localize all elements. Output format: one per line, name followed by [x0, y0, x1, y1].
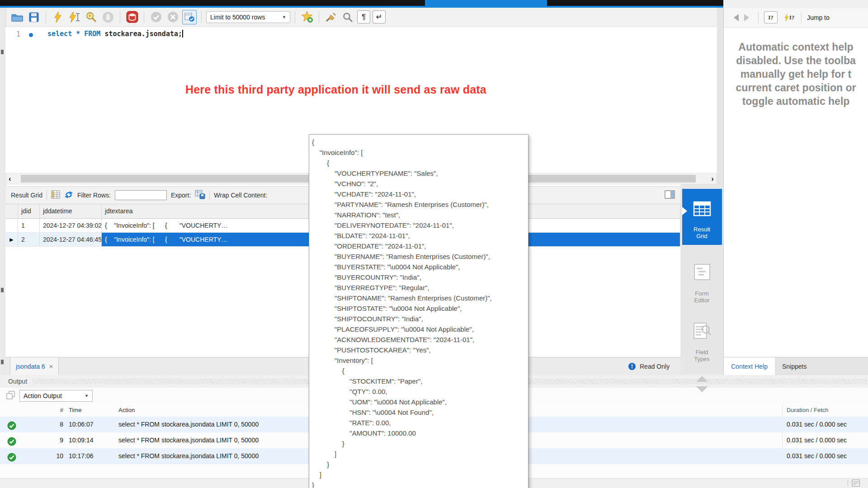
statement-marker-icon	[29, 33, 33, 37]
tab-field-types[interactable]: Field Types	[682, 315, 722, 362]
result-tab-label: jsondata 6	[16, 363, 45, 370]
filter-rows-input[interactable]	[115, 190, 167, 200]
output-col-index: #	[41, 404, 63, 417]
stop-query-db-icon[interactable]	[125, 10, 139, 24]
save-snippet-icon[interactable]	[300, 10, 314, 24]
sidebar-grip-mark	[1, 50, 4, 54]
stop-execution-icon	[101, 10, 115, 24]
cell-jddatetime[interactable]: 2024-12-27 04:39:02	[40, 219, 102, 232]
field-types-icon	[693, 322, 711, 339]
result-grid-icon	[693, 201, 711, 216]
annotation-text: Here this third party application it wil…	[185, 83, 486, 96]
text-caret	[182, 30, 183, 38]
chevron-down-icon[interactable]	[696, 386, 708, 392]
toggle-automatic-help-icon[interactable]: Ι?	[783, 12, 796, 23]
tab-context-help[interactable]: Context Help	[724, 357, 775, 375]
output-footer-tools	[848, 479, 860, 487]
export-label: Export:	[171, 192, 191, 199]
output-type-dropdown[interactable]: Action Output ▼	[19, 390, 93, 402]
show-invisibles-icon[interactable]: ¶	[357, 10, 370, 23]
tab-label: Form Editor	[694, 290, 710, 304]
json-cell-value-popup[interactable]: { "InvoiceInfo": [ { "VOUCHERTYPENAME": …	[309, 134, 528, 488]
output-row-action: select * FROM stockarea.jsondata LIMIT 0…	[118, 432, 259, 448]
copy-icon[interactable]	[6, 391, 15, 401]
output-row-time: 10:17:06	[69, 448, 94, 464]
output-row-index: 8	[41, 417, 63, 432]
cell-jdid[interactable]: 2	[18, 233, 40, 246]
result-view-switcher: Result Grid Form Editor Field Types	[680, 184, 723, 375]
context-help-toolbar: Ι? Ι? Jump to	[724, 8, 868, 28]
result-grid-title: Result Grid	[11, 192, 42, 199]
help-glyph: Ι?	[789, 14, 795, 21]
toolbar-separator	[848, 480, 848, 486]
toolbar-separator	[46, 11, 46, 23]
toolbar-separator	[209, 190, 210, 200]
cell-jddatetime[interactable]: 2024-12-27 04:46:45	[40, 233, 102, 246]
sql-keyword: select	[47, 30, 72, 38]
toolbar-separator	[120, 11, 120, 23]
sql-keyword: FROM	[84, 30, 100, 38]
sql-identifier: stockarea.jsondata;	[104, 30, 182, 38]
toolbar-separator	[758, 12, 759, 23]
save-icon[interactable]	[27, 10, 41, 24]
toggle-autocommit-icon[interactable]	[182, 10, 197, 24]
toggle-wrap-icon[interactable]: ↵	[373, 10, 386, 23]
output-row-time: 10:06:07	[69, 417, 94, 432]
form-editor-icon	[693, 263, 711, 281]
forward-arrow-icon[interactable]	[744, 14, 753, 21]
result-tab-jsondata[interactable]: jsondata 6 ×	[10, 357, 59, 375]
output-col-time: Time	[69, 404, 81, 417]
output-row-index: 10	[41, 448, 63, 464]
output-type-value: Action Output	[24, 392, 62, 399]
find-icon[interactable]	[340, 10, 355, 24]
back-arrow-icon[interactable]	[730, 14, 739, 21]
active-tab-indicator	[425, 0, 547, 6]
column-header-jdid[interactable]: jdid	[18, 204, 40, 218]
get-help-caret-icon[interactable]: Ι?	[764, 11, 778, 23]
sidebar-grip-mark	[1, 288, 4, 292]
context-help-message: Automatic context help disabled. Use the…	[724, 40, 868, 108]
output-row-action: select * FROM stockarea.jsondata LIMIT 0…	[118, 448, 259, 464]
column-header-jddatetime[interactable]: jddatetime	[40, 204, 102, 218]
strip-scroll-controls	[680, 376, 723, 392]
row-limit-dropdown[interactable]: Limit to 50000 rows ▼	[206, 11, 290, 23]
open-file-icon[interactable]	[10, 10, 24, 24]
execute-sql-icon[interactable]	[51, 10, 65, 24]
tab-snippets[interactable]: Snippets	[775, 357, 814, 375]
scroll-left-icon[interactable]: ‹	[9, 174, 11, 184]
jump-to-label: Jump to	[807, 14, 830, 21]
grid-view-icon[interactable]	[51, 190, 60, 200]
panel-toggle-icon[interactable]	[665, 190, 675, 200]
beautify-sql-icon[interactable]	[324, 10, 338, 24]
info-icon: !	[628, 363, 636, 370]
cell-jdid[interactable]: 1	[18, 219, 40, 232]
output-row-duration: 0.031 sec / 0.000 sec	[787, 448, 847, 464]
chevron-up-icon[interactable]	[696, 376, 708, 382]
read-only-status: ! Read Only	[628, 357, 670, 375]
execute-current-statement-icon[interactable]	[67, 10, 82, 24]
additions-tabs: Context Help Snippets	[724, 357, 868, 375]
toolbar-separator	[295, 11, 295, 23]
output-row-index: 9	[41, 432, 63, 448]
refresh-icon[interactable]	[64, 190, 73, 201]
tab-form-editor[interactable]: Form Editor	[682, 257, 722, 304]
read-only-label: Read Only	[640, 363, 670, 370]
list-view-icon[interactable]	[852, 479, 860, 487]
sql-additions-panel: Ι? Ι? Jump to Automatic context help dis…	[723, 8, 868, 375]
toolbar-separator	[801, 12, 802, 23]
output-col-duration: Duration / Fetch	[787, 404, 829, 417]
close-icon[interactable]: ×	[49, 362, 53, 370]
toolbar-separator	[201, 11, 202, 23]
sql-code-line[interactable]: select * FROM stockarea.jsondata;	[47, 30, 183, 38]
chevron-down-icon: ▼	[282, 15, 286, 19]
explain-query-icon[interactable]	[84, 10, 99, 24]
scroll-right-icon[interactable]: ›	[711, 174, 714, 184]
sidebar-grip-mark	[1, 360, 4, 364]
tab-result-grid[interactable]: Result Grid	[682, 189, 722, 245]
row-limit-value: Limit to 50000 rows	[210, 14, 265, 21]
output-row-time: 10:09:14	[69, 432, 94, 448]
output-col-action: Action	[118, 404, 135, 417]
line-number: 1	[16, 30, 20, 38]
export-icon[interactable]	[195, 190, 205, 201]
row-marker	[5, 219, 18, 232]
